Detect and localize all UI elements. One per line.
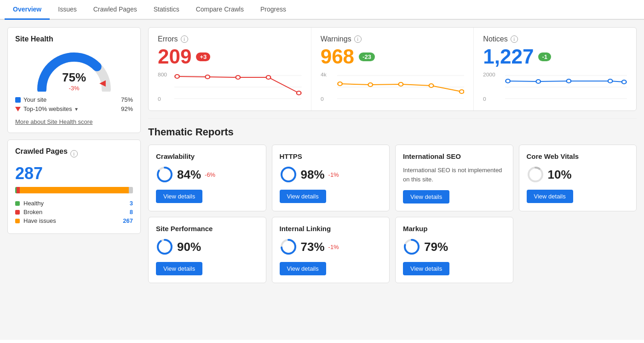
- crawled-pages-header: Crawled Pages i: [15, 147, 133, 160]
- warnings-label: Warnings: [321, 35, 351, 43]
- warnings-sparkline: 4k 0: [321, 71, 465, 103]
- tab-statistics[interactable]: Statistics: [145, 0, 188, 20]
- https-score-row: 98% -1%: [280, 166, 382, 183]
- internal-link-view-btn[interactable]: View details: [280, 262, 326, 275]
- cwv-view-btn[interactable]: View details: [527, 190, 573, 203]
- notices-value: 1,227: [483, 45, 534, 68]
- cwv-circle: [527, 166, 544, 183]
- intl-seo-title: International SEO: [403, 152, 506, 160]
- errors-info-icon[interactable]: i: [181, 35, 188, 43]
- report-https: HTTPS 98% -1% View details: [272, 145, 390, 211]
- svg-point-26: [536, 80, 541, 83]
- svg-point-25: [506, 79, 511, 83]
- site-health-card: Site Health 75% -3% ◀: [7, 27, 141, 133]
- healthy-legend-left: Healthy: [15, 200, 44, 207]
- crawlability-score-row: 84% -6%: [156, 166, 259, 183]
- svg-point-37: [158, 240, 172, 254]
- warnings-value-row: 968 -23: [321, 45, 465, 68]
- report-internal-linking: Internal Linking 73% -1% View details: [272, 217, 390, 283]
- https-circle: [280, 166, 297, 183]
- gauge-wrap: 75% -3% ◀: [35, 48, 113, 92]
- tab-compare-crawls[interactable]: Compare Crawls: [188, 0, 252, 20]
- thematic-reports-title: Thematic Reports: [148, 126, 637, 138]
- right-content: Errors i 209 +3 800 0: [148, 27, 637, 332]
- internal-link-score: 73%: [301, 240, 325, 254]
- tab-progress[interactable]: Progress: [252, 0, 294, 20]
- errors-block: Errors i 209 +3 800 0: [149, 28, 311, 110]
- issues-legend-left: Have issues: [15, 217, 56, 224]
- more-about-site-health-link[interactable]: More about Site Health score: [15, 118, 92, 125]
- notices-badge: -1: [538, 52, 551, 61]
- errors-header: Errors i: [158, 35, 302, 43]
- reports-grid-row1: Crawlability 84% -6% View details HTTPS: [148, 145, 637, 211]
- notices-sparkline: 2000 0: [483, 71, 627, 103]
- divider: [148, 118, 637, 119]
- report-markup: Markup 79% View details: [395, 217, 513, 283]
- svg-point-34: [529, 168, 542, 181]
- svg-point-7: [236, 76, 241, 79]
- cwv-title: Core Web Vitals: [527, 152, 629, 160]
- markup-title: Markup: [403, 225, 506, 233]
- notices-chart-svg: 2000 0: [483, 71, 627, 103]
- cwv-score: 10%: [548, 168, 572, 182]
- svg-text:0: 0: [483, 97, 486, 102]
- svg-point-16: [368, 83, 373, 87]
- left-panel: Site Health 75% -3% ◀: [7, 27, 141, 332]
- broken-count: 8: [130, 209, 133, 215]
- https-view-btn[interactable]: View details: [280, 190, 326, 203]
- cwv-score-row: 10%: [527, 166, 629, 183]
- pb-issues: [20, 187, 129, 193]
- errors-chart-svg: 800 0: [158, 71, 302, 103]
- notices-info-icon[interactable]: i: [511, 35, 518, 43]
- crawled-pages-card: Crawled Pages i 287 Healthy 3 B: [7, 140, 141, 234]
- site-perf-score-row: 90%: [156, 238, 259, 256]
- warnings-header: Warnings i: [321, 35, 465, 43]
- reports-grid-row2: Site Performance 90% View details Intern…: [148, 217, 637, 283]
- https-score: 98%: [301, 168, 325, 182]
- top10-legend: Top-10% websites ▾ 92%: [15, 105, 133, 112]
- svg-point-29: [622, 80, 627, 84]
- healthy-count: 3: [130, 200, 133, 207]
- warnings-chart-svg: 4k 0: [321, 71, 465, 103]
- your-site-value: 75%: [121, 96, 133, 103]
- broken-label: Broken: [23, 209, 42, 215]
- broken-dot: [15, 210, 20, 215]
- tab-crawled-pages[interactable]: Crawled Pages: [85, 0, 145, 20]
- your-site-legend-left: Your site: [15, 96, 46, 103]
- your-site-legend: Your site 75%: [15, 96, 133, 103]
- tab-overview[interactable]: Overview: [5, 0, 50, 20]
- intl-seo-note: International SEO is not implemented on …: [403, 166, 506, 184]
- issues-legend: Have issues 267: [15, 217, 133, 224]
- report-international-seo: International SEO International SEO is n…: [395, 145, 513, 211]
- issues-count: 267: [123, 217, 133, 224]
- tab-issues[interactable]: Issues: [50, 0, 85, 20]
- top10-chevron[interactable]: ▾: [75, 106, 78, 112]
- crawlability-view-btn[interactable]: View details: [156, 190, 202, 203]
- https-delta: -1%: [328, 171, 339, 178]
- crawlability-score: 84%: [177, 168, 201, 182]
- site-perf-view-btn[interactable]: View details: [156, 262, 202, 275]
- svg-point-17: [398, 82, 403, 86]
- empty-placeholder: [519, 217, 637, 283]
- your-site-dot: [15, 97, 21, 103]
- gauge-pointer: ◀: [99, 78, 106, 88]
- report-crawlability: Crawlability 84% -6% View details: [148, 145, 266, 211]
- crawlability-delta: -6%: [205, 171, 215, 178]
- errors-label: Errors: [158, 35, 178, 43]
- markup-view-btn[interactable]: View details: [403, 262, 449, 275]
- broken-legend-left: Broken: [15, 209, 42, 215]
- svg-text:800: 800: [158, 72, 167, 77]
- crawled-progress-bar: [15, 187, 133, 193]
- navigation-tabs: Overview Issues Crawled Pages Statistics…: [0, 0, 644, 20]
- crawled-pages-info-icon[interactable]: i: [70, 150, 78, 157]
- report-site-performance: Site Performance 90% View details: [148, 217, 266, 283]
- warnings-info-icon[interactable]: i: [354, 35, 362, 43]
- top10-label: Top-10% websites: [23, 105, 72, 112]
- crawlability-title: Crawlability: [156, 152, 259, 160]
- errors-value-row: 209 +3: [158, 45, 302, 68]
- your-site-label: Your site: [23, 96, 46, 103]
- warnings-value: 968: [321, 45, 354, 68]
- intl-seo-view-btn[interactable]: View details: [403, 190, 449, 203]
- svg-point-27: [567, 79, 571, 83]
- top10-legend-left: Top-10% websites ▾: [15, 105, 78, 112]
